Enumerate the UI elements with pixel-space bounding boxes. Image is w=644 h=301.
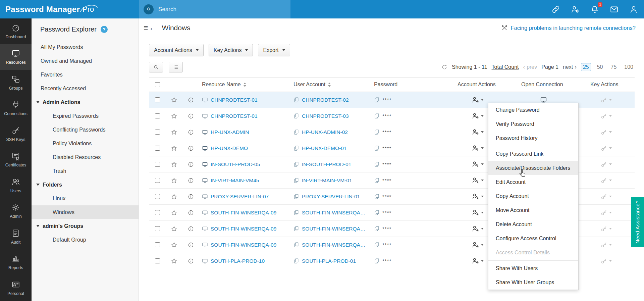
account-link[interactable]: CHNPRODTEST-03 <box>302 113 349 119</box>
account-link[interactable]: SOUTH-PLA-PROD-01 <box>302 258 356 264</box>
nav-item-reports[interactable]: Reports <box>0 250 32 275</box>
open-connection-icon[interactable] <box>540 96 547 103</box>
user-settings-icon[interactable] <box>571 5 580 14</box>
key-actions-cell[interactable] <box>575 140 635 156</box>
nav-item-dashboard[interactable]: Dashboard <box>0 18 32 44</box>
total-count-link[interactable]: Total Count <box>492 64 519 70</box>
key-actions-cell[interactable] <box>575 124 635 140</box>
copy-account-icon[interactable] <box>293 210 299 215</box>
explorer-item-trash[interactable]: Trash <box>32 164 139 178</box>
page-size-75[interactable]: 75 <box>609 63 619 71</box>
explorer-item-admin-s-groups[interactable]: admin's Groups <box>32 219 139 233</box>
explorer-item-linux[interactable]: Linux <box>32 192 139 205</box>
account-link[interactable]: IN-SOUTH-PROD-01 <box>302 161 351 167</box>
favorite-star-icon[interactable] <box>171 209 177 216</box>
copy-account-icon[interactable] <box>293 161 299 167</box>
need-assistance-tab[interactable]: Need Assistance? <box>631 197 644 247</box>
list-view-button[interactable] <box>169 62 183 72</box>
row-checkbox[interactable] <box>155 242 160 247</box>
key-actions-cell[interactable] <box>575 237 635 253</box>
next-page-button[interactable]: next› <box>563 64 577 70</box>
resource-link[interactable]: SOUTH-PLA-PROD-10 <box>211 258 265 264</box>
explorer-item-windows[interactable]: Windows <box>32 205 139 219</box>
row-checkbox[interactable] <box>155 113 160 118</box>
copy-password-icon[interactable] <box>374 242 380 248</box>
resource-link[interactable]: CHNPRODTEST-01 <box>211 113 258 119</box>
resource-link[interactable]: IN-VIRT-MAIN-VM45 <box>211 178 259 184</box>
copy-account-icon[interactable] <box>293 145 299 151</box>
global-search[interactable] <box>139 0 290 18</box>
nav-item-resources[interactable]: Resources <box>0 44 32 70</box>
key-actions-cell[interactable] <box>575 205 635 220</box>
export-button[interactable]: Export <box>258 44 290 56</box>
explorer-item-all-my-passwords[interactable]: All My Passwords <box>32 40 139 54</box>
account-link[interactable]: HP-UNX-ADMIN-02 <box>302 129 348 135</box>
copy-password-icon[interactable] <box>374 97 380 103</box>
copy-password-icon[interactable] <box>374 226 380 232</box>
nav-item-personal[interactable]: Personal <box>0 275 32 301</box>
explorer-item-favorites[interactable]: Favorites <box>32 68 139 82</box>
resource-link[interactable]: SOUTH-FIN-WINSERQA-09 <box>211 210 276 216</box>
menu-item-verify-password[interactable]: Verify Password <box>488 117 578 131</box>
nav-item-users[interactable]: Users <box>0 172 32 198</box>
account-link[interactable]: CHNPRODTEST-02 <box>302 97 349 103</box>
collapse-panel-icon[interactable]: ≡ <box>144 24 148 32</box>
key-actions-cell[interactable] <box>575 253 635 269</box>
remote-connection-icon[interactable] <box>551 5 560 14</box>
sort-icon[interactable] <box>328 83 331 87</box>
sort-icon[interactable] <box>244 83 246 87</box>
info-icon[interactable] <box>188 97 194 103</box>
row-checkbox[interactable] <box>155 162 160 167</box>
explorer-item-default-group[interactable]: Default Group <box>32 233 139 247</box>
explorer-item-conflicting-passwords[interactable]: Conflicting Passwords <box>32 123 139 137</box>
resource-link[interactable]: CHNPRODTEST-01 <box>211 97 258 103</box>
remote-connection-help-link[interactable]: Facing problems in launching remote conn… <box>511 25 636 31</box>
favorite-star-icon[interactable] <box>171 145 177 152</box>
profile-icon[interactable] <box>629 5 638 14</box>
notifications-icon[interactable]: 1 <box>590 5 599 14</box>
page-size-100[interactable]: 100 <box>623 63 635 71</box>
account-link[interactable]: IN-VIRT-MAIN-VM-01 <box>302 178 352 184</box>
row-checkbox[interactable] <box>155 226 160 231</box>
menu-item-share-with-users[interactable]: Share With Users <box>488 261 578 275</box>
nav-item-groups[interactable]: Groups <box>0 70 32 96</box>
help-icon[interactable]: ? <box>101 26 108 33</box>
account-link[interactable]: SOUTH-FIN-WINSERQA… <box>302 210 365 216</box>
account-link[interactable]: SOUTH-FIN-WINSERQA… <box>302 226 365 232</box>
info-icon[interactable] <box>188 210 194 216</box>
copy-account-icon[interactable] <box>293 129 299 135</box>
key-actions-cell[interactable] <box>575 221 635 237</box>
copy-account-icon[interactable] <box>293 258 299 264</box>
info-icon[interactable] <box>188 226 194 232</box>
account-link[interactable]: SOUTH-FIN-WINSERQA… <box>302 242 365 248</box>
menu-item-change-password[interactable]: Change Password <box>488 103 578 117</box>
info-icon[interactable] <box>188 194 194 200</box>
nav-item-audit[interactable]: Audit <box>0 224 32 250</box>
explorer-item-owned-and-managed[interactable]: Owned and Managed <box>32 54 139 68</box>
copy-password-icon[interactable] <box>374 161 380 167</box>
search-input[interactable] <box>158 6 280 13</box>
page-size-50[interactable]: 50 <box>595 63 605 71</box>
copy-account-icon[interactable] <box>293 178 299 183</box>
favorite-star-icon[interactable] <box>171 225 177 232</box>
row-checkbox[interactable] <box>155 146 160 151</box>
nav-item-admin[interactable]: Admin <box>0 198 32 224</box>
row-checkbox[interactable] <box>155 97 160 102</box>
copy-account-icon[interactable] <box>293 97 299 103</box>
info-icon[interactable] <box>188 113 194 119</box>
explorer-item-policy-violations[interactable]: Policy Violations <box>32 137 139 150</box>
copy-account-icon[interactable] <box>293 194 299 199</box>
copy-password-icon[interactable] <box>374 113 380 119</box>
key-actions-cell[interactable] <box>575 156 635 172</box>
explorer-item-folders[interactable]: Folders <box>32 178 139 192</box>
account-link[interactable]: PROXY-SERVER-LIN-01 <box>302 194 360 200</box>
favorite-star-icon[interactable] <box>171 242 177 248</box>
copy-password-icon[interactable] <box>374 258 380 264</box>
resource-link[interactable]: IN-SOUTH-PROD-05 <box>211 161 260 167</box>
info-icon[interactable] <box>188 178 194 184</box>
key-actions-button[interactable]: Key Actions <box>209 44 253 56</box>
table-search-button[interactable] <box>149 62 163 72</box>
key-actions-cell[interactable] <box>575 108 635 124</box>
resource-link[interactable]: PROXY-SERVER-LIN-07 <box>211 194 269 200</box>
refresh-icon[interactable] <box>441 64 447 70</box>
